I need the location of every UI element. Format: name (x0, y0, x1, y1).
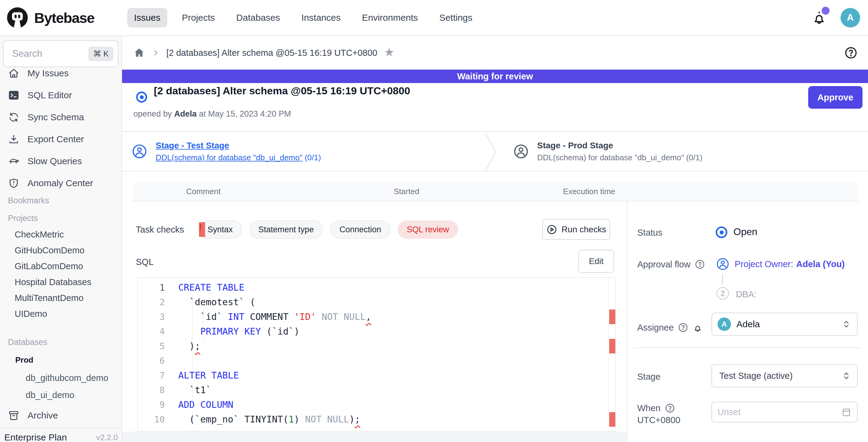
play-circle-icon (546, 224, 557, 235)
sidebar-project-hospital-databases[interactable]: Hospital Databases (0, 274, 121, 290)
help-icon[interactable] (844, 46, 858, 60)
environment-group-label: Prod (15, 355, 33, 365)
sidebar-item-label: SQL Editor (28, 90, 72, 100)
status-label: Status (637, 228, 662, 238)
when-datetime-input[interactable]: Unset (711, 402, 858, 422)
editor-error-mark (609, 310, 615, 324)
sidebar-project-githubcomdemo[interactable]: GitHubComDemo (0, 242, 121, 258)
task-check-label: Syntax (208, 225, 233, 234)
sidebar-database-list: db_githubcom_demodb_ui_demo (0, 369, 121, 404)
stage-select-value: Test Stage (active) (719, 371, 841, 381)
sidebar-database-db-githubcom-demo[interactable]: db_githubcom_demo (0, 369, 121, 386)
sidebar-project-uidemo[interactable]: UIDemo (0, 306, 121, 322)
user-avatar[interactable]: A (840, 8, 860, 28)
when-timezone: UTC+0800 (637, 415, 680, 425)
code-text: (`emp_no` TINYINT(1) NOT NULL); (174, 412, 360, 427)
sidebar-item-slow-queries[interactable]: Slow Queries (0, 150, 121, 172)
nav-tab-issues[interactable]: Issues (127, 8, 167, 28)
task-check-statement-type[interactable]: ✓Statement type (249, 220, 323, 239)
sidebar-section-projects: Projects (8, 214, 38, 223)
code-line: 9ADD COLUMN (138, 398, 607, 412)
task-table-header: CommentStartedExecution time (133, 182, 858, 201)
notifications-bell-icon[interactable] (811, 10, 827, 26)
sidebar-item-label: My Issues (28, 68, 69, 78)
sync-icon (8, 112, 20, 123)
nav-tab-projects[interactable]: Projects (175, 8, 222, 28)
help-circle-icon[interactable] (678, 322, 688, 333)
nav-tab-environments[interactable]: Environments (355, 8, 425, 28)
approval-connector (722, 274, 723, 284)
plan-name: Enterprise Plan (4, 432, 67, 442)
stage-title[interactable]: Stage - Prod Stage (537, 141, 703, 151)
sql-section-label: SQL (136, 257, 154, 267)
issue-side-panel: Status Open Approval flow Project Owner:… (627, 201, 868, 442)
status-value: Open (734, 226, 757, 238)
stage-title-link[interactable]: Stage - Test Stage (156, 141, 321, 151)
task-check-sql-review[interactable]: !SQL review (398, 220, 458, 239)
stage-task[interactable]: DDL(schema) for database "db_ui_demo" (0… (537, 153, 703, 162)
sidebar-item-my-issues[interactable]: My Issues (0, 62, 121, 84)
sidebar: Search ⌘ K My IssuesSQL EditorSync Schem… (0, 36, 122, 442)
column-header-started: Started (394, 187, 420, 196)
sidebar-item-sql-editor[interactable]: SQL Editor (0, 84, 121, 106)
help-circle-icon[interactable] (665, 403, 675, 413)
run-checks-button[interactable]: Run checks (542, 219, 610, 240)
sidebar-item-label: Slow Queries (28, 156, 82, 166)
line-number: 2 (138, 295, 174, 310)
notify-assignee-bell-icon[interactable] (692, 322, 703, 333)
task-check-label: Connection (339, 225, 381, 234)
sidebar-item-sync-schema[interactable]: Sync Schema (0, 106, 121, 128)
sidebar-item-anomaly-center[interactable]: Anomaly Center (0, 172, 121, 194)
home-icon[interactable] (133, 47, 145, 59)
line-number: 3 (138, 310, 174, 324)
nav-tab-instances[interactable]: Instances (295, 8, 347, 28)
task-checks-label: Task checks (136, 225, 184, 235)
approver-person-icon (716, 257, 730, 271)
code-line: 4 PRIMARY KEY (`id`) (138, 324, 607, 339)
assignee-select[interactable]: A Adela (711, 313, 858, 336)
line-number: 8 (138, 383, 174, 398)
code-text: PRIMARY KEY (`id`) (174, 324, 300, 339)
brand-logo[interactable]: Bytebase (6, 0, 94, 35)
issue-author: Adela (174, 109, 197, 119)
approval-flow-label: Approval flow (637, 259, 705, 270)
bytebase-robot-icon (6, 6, 29, 29)
notification-dot (822, 7, 830, 14)
stage-card-prod[interactable]: Stage - Prod Stage DDL(schema) for datab… (513, 132, 703, 171)
approver-name: Adela (You) (796, 259, 845, 269)
main-nav-tabs: IssuesProjectsDatabasesInstancesEnvironm… (127, 0, 479, 35)
bookmark-star-icon[interactable]: ★ (384, 46, 394, 58)
line-number: 9 (138, 398, 174, 412)
sql-editor[interactable]: 1CREATE TABLE2 `demotest` (3 `id` INT CO… (137, 277, 616, 432)
stage-strip: Stage - Test Stage DDL(schema) for datab… (122, 131, 868, 171)
code-text (174, 353, 184, 368)
terminal-icon (8, 89, 20, 101)
chevron-updown-icon (841, 371, 851, 381)
sidebar-item-export-center[interactable]: Export Center (0, 128, 121, 150)
sidebar-item-archive[interactable]: Archive (0, 405, 121, 427)
when-placeholder: Unset (717, 407, 841, 417)
column-header-comment: Comment (186, 187, 221, 196)
code-text: CREATE TABLE (174, 280, 245, 295)
approval-step-1: Project Owner:Adela (You) (735, 259, 845, 269)
sidebar-database-db-ui-demo[interactable]: db_ui_demo (0, 386, 121, 404)
stage-task-link[interactable]: DDL(schema) for database "db_ui_demo" (0… (156, 153, 321, 162)
search-placeholder: Search (12, 48, 42, 59)
nav-tab-settings[interactable]: Settings (432, 8, 479, 28)
page-title: [2 databases] Alter schema @05-15 16:19 … (154, 85, 410, 97)
edit-sql-button[interactable]: Edit (578, 250, 614, 273)
stage-select[interactable]: Test Stage (active) (711, 364, 858, 387)
sidebar-project-checkmetric[interactable]: CheckMetric (0, 226, 121, 242)
sidebar-project-list: CheckMetricGitHubComDemoGitLabComDemoHos… (0, 226, 121, 322)
task-check-connection[interactable]: ✓Connection (330, 220, 390, 239)
status-open-icon (716, 226, 727, 238)
calendar-icon (841, 407, 851, 417)
nav-tab-databases[interactable]: Databases (229, 8, 287, 28)
approve-button[interactable]: Approve (808, 86, 863, 109)
code-line: 8 `t1` (138, 383, 607, 398)
help-circle-icon[interactable] (695, 259, 705, 270)
sidebar-project-gitlabcomdemo[interactable]: GitLabComDemo (0, 258, 121, 274)
stage-card-test[interactable]: Stage - Test Stage DDL(schema) for datab… (131, 132, 321, 171)
sidebar-project-multitenantdemo[interactable]: MultiTenantDemo (0, 290, 121, 306)
line-number: 10 (138, 412, 174, 427)
